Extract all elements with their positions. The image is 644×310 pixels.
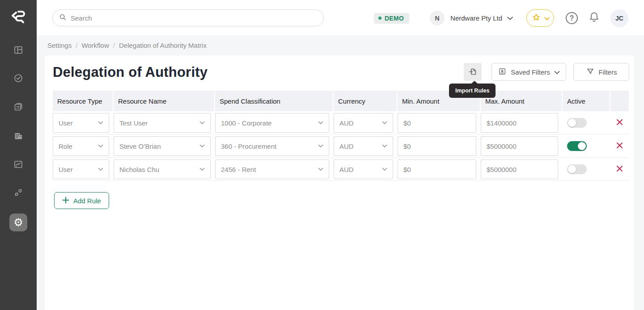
add-rule-label: Add Rule bbox=[73, 197, 101, 205]
resource-type-select[interactable]: User bbox=[53, 159, 109, 179]
topbar-right-cluster: DEMO N Nerdware Pty Ltd ? bbox=[374, 0, 628, 36]
user-avatar[interactable]: JC bbox=[610, 9, 628, 27]
currency-select[interactable]: AUD bbox=[334, 113, 393, 133]
active-toggle[interactable] bbox=[567, 141, 587, 151]
resource-name-select[interactable]: Nicholas Chu bbox=[114, 159, 211, 179]
sidebar-item-approvals[interactable] bbox=[9, 70, 27, 88]
delegation-rules-table: Resource Type Resource Name Spend Classi… bbox=[53, 91, 629, 181]
add-rule-button[interactable]: Add Rule bbox=[54, 192, 109, 209]
resource-name-select[interactable]: Steve O’Brian bbox=[114, 136, 211, 156]
chevron-down-icon bbox=[382, 121, 387, 125]
brand-logo[interactable] bbox=[9, 7, 27, 27]
layout-icon bbox=[13, 45, 24, 57]
plug-icon bbox=[13, 187, 24, 200]
sidebar-item-settings[interactable]: ⚙ bbox=[9, 214, 27, 231]
org-name[interactable]: Nerdware Pty Ltd bbox=[450, 14, 502, 22]
save-tray-icon bbox=[498, 67, 507, 77]
demo-badge: DEMO bbox=[374, 13, 409, 24]
breadcrumb-workflow[interactable]: Workflow bbox=[81, 42, 109, 49]
active-toggle[interactable] bbox=[567, 118, 587, 128]
import-rules-tooltip: Import Rules bbox=[449, 84, 496, 98]
col-active: Active bbox=[563, 91, 610, 111]
resource-name-value: Nicholas Chu bbox=[119, 166, 159, 173]
max-amount-value: $5000000 bbox=[487, 166, 517, 173]
saved-filters-button[interactable]: Saved Filters bbox=[491, 63, 566, 81]
currency-value: AUD bbox=[339, 142, 354, 150]
resource-name-select[interactable]: Test User bbox=[114, 113, 211, 133]
chevron-down-icon bbox=[318, 121, 323, 125]
breadcrumb-separator: / bbox=[72, 42, 81, 49]
chevron-down-icon bbox=[98, 168, 103, 171]
table-row: User Nicholas Chu 2456 - Rent AUD $0 $50… bbox=[53, 158, 629, 181]
col-spend-classification: Spend Classification bbox=[215, 91, 334, 111]
col-currency: Currency bbox=[334, 91, 398, 111]
filters-label: Filters bbox=[599, 68, 617, 76]
chevron-down-icon bbox=[199, 144, 205, 148]
sidebar-item-dashboard[interactable] bbox=[9, 42, 27, 60]
search-box[interactable] bbox=[52, 9, 324, 26]
search-icon bbox=[59, 13, 67, 23]
import-rules-button[interactable] bbox=[464, 63, 482, 81]
help-button[interactable]: ? bbox=[566, 12, 578, 24]
resource-name-value: Test User bbox=[119, 119, 148, 127]
currency-value: AUD bbox=[339, 166, 354, 173]
min-amount-input[interactable]: $0 bbox=[398, 136, 476, 156]
main-card: Delegation of Authority Import Rules bbox=[45, 55, 634, 310]
max-amount-input[interactable]: $5000000 bbox=[481, 136, 558, 156]
active-toggle[interactable] bbox=[567, 164, 587, 174]
favorites-button[interactable] bbox=[526, 9, 554, 27]
org-avatar[interactable]: N bbox=[430, 11, 445, 25]
col-actions bbox=[610, 91, 629, 111]
app-root: ⚙ DEMO N Nerdware Pty Ltd bbox=[0, 0, 644, 310]
spend-classification-select[interactable]: 1000 - Corporate bbox=[215, 113, 329, 133]
documents-icon bbox=[13, 101, 24, 114]
sidebar-item-integrations[interactable] bbox=[9, 184, 27, 202]
chevron-down-icon[interactable] bbox=[507, 16, 513, 21]
resource-name-value: Steve O’Brian bbox=[119, 142, 161, 150]
sidebar-item-reports[interactable] bbox=[9, 156, 27, 174]
currency-select[interactable]: AUD bbox=[334, 136, 393, 156]
breadcrumb-current: Delegation of Authority Matrix bbox=[119, 42, 207, 49]
resource-type-value: Role bbox=[59, 142, 72, 150]
bell-icon bbox=[589, 11, 600, 25]
search-input[interactable] bbox=[71, 14, 317, 22]
filters-button[interactable]: Filters bbox=[573, 63, 629, 81]
min-amount-value: $0 bbox=[403, 119, 411, 127]
currency-select[interactable]: AUD bbox=[334, 159, 393, 179]
resource-type-select[interactable]: User bbox=[53, 113, 109, 133]
delete-rule-button[interactable] bbox=[610, 134, 629, 158]
table-header-row: Resource Type Resource Name Spend Classi… bbox=[53, 91, 629, 111]
sidebar-item-company[interactable] bbox=[9, 128, 27, 146]
delete-x-icon bbox=[616, 142, 623, 151]
min-amount-input[interactable]: $0 bbox=[398, 159, 476, 179]
breadcrumb-separator: / bbox=[109, 42, 119, 49]
sidebar-item-documents[interactable] bbox=[9, 99, 27, 117]
spend-classification-select[interactable]: 2456 - Rent bbox=[215, 159, 329, 179]
check-circle-icon bbox=[13, 73, 24, 85]
spend-classification-select[interactable]: 360 - Procurement bbox=[215, 136, 329, 156]
building-icon bbox=[13, 130, 24, 143]
max-amount-input[interactable]: $1400000 bbox=[481, 113, 558, 133]
resource-type-select[interactable]: Role bbox=[53, 136, 109, 156]
chevron-down-icon bbox=[318, 144, 323, 148]
topbar: DEMO N Nerdware Pty Ltd ? bbox=[37, 0, 644, 36]
notifications-button[interactable] bbox=[589, 11, 600, 25]
delete-rule-button[interactable] bbox=[610, 111, 629, 134]
max-amount-input[interactable]: $5000000 bbox=[481, 159, 558, 179]
demo-badge-label: DEMO bbox=[385, 15, 404, 22]
delete-rule-button[interactable] bbox=[610, 158, 629, 181]
max-amount-value: $5000000 bbox=[487, 142, 517, 150]
chevron-down-icon bbox=[382, 168, 387, 171]
page-title: Delegation of Authority bbox=[53, 64, 208, 80]
max-amount-value: $1400000 bbox=[487, 119, 517, 127]
chevron-down-icon bbox=[98, 144, 103, 148]
chevron-down-icon bbox=[544, 14, 550, 22]
min-amount-value: $0 bbox=[403, 166, 411, 173]
resource-type-value: User bbox=[59, 119, 73, 127]
spend-classification-value: 2456 - Rent bbox=[221, 166, 256, 173]
breadcrumb-settings[interactable]: Settings bbox=[47, 42, 72, 49]
min-amount-input[interactable]: $0 bbox=[398, 113, 476, 133]
spend-classification-value: 1000 - Corporate bbox=[221, 119, 271, 127]
breadcrumb: Settings / Workflow / Delegation of Auth… bbox=[47, 42, 207, 49]
import-file-icon bbox=[467, 66, 478, 78]
